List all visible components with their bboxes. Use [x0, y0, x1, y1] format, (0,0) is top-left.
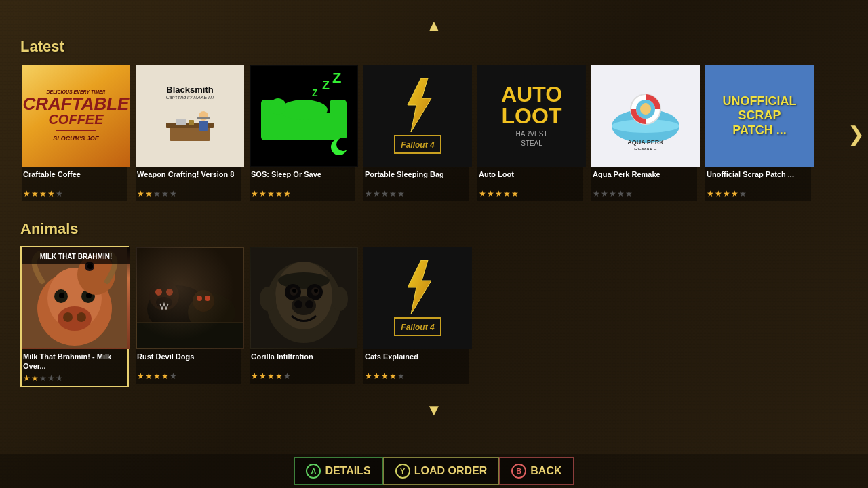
svg-point-40: [87, 264, 93, 269]
svg-point-24: [642, 103, 649, 110]
stars-craftable-coffee: ★ ★ ★ ★ ★: [23, 189, 126, 199]
stars-unofficial-scrap: ★ ★ ★ ★ ★: [707, 189, 810, 199]
craftable-main-text: CRAFTABLE: [23, 95, 130, 113]
star-4: ★: [161, 371, 169, 381]
mod-card-rust-devil-dogs[interactable]: Rust Devil Dogs ★ ★ ★ ★ ★: [134, 246, 243, 387]
star-1: ★: [251, 189, 258, 199]
svg-point-50: [205, 296, 210, 301]
star-5: ★: [170, 189, 177, 199]
mod-card-aqua-perk[interactable]: AQUA PERK REMAKE Aqua Perk Remake ★ ★ ★: [590, 64, 698, 203]
latest-right-arrow[interactable]: ❯: [848, 121, 865, 145]
star-3: ★: [381, 189, 389, 199]
star-4: ★: [389, 189, 397, 199]
svg-rect-6: [189, 120, 194, 125]
main-content: ▲ Latest DELICIOUS EVERY TIME!! CRAFTABL…: [0, 0, 868, 488]
mod-card-sos[interactable]: Z Z Z SOS: Sleep Or Save ★: [248, 64, 357, 203]
stars-portable-sleeping-bag: ★ ★ ★ ★ ★: [365, 189, 468, 199]
mod-card-craftable-coffee[interactable]: DELICIOUS EVERY TIME!! CRAFTABLE COFFEE …: [20, 64, 129, 203]
brahmin-photo: MILK THAT BRAHMIN!: [22, 247, 130, 349]
svg-point-17: [336, 138, 350, 151]
auto-text: AUTO: [501, 82, 562, 106]
svg-marker-18: [408, 78, 431, 132]
star-3: ★: [153, 189, 161, 199]
mod-info-craftable-coffee: Craftable Coffee ★ ★ ★ ★ ★: [22, 167, 127, 201]
svg-text:Z: Z: [312, 87, 318, 98]
load-order-button[interactable]: Y LOAD ORDER: [383, 457, 500, 485]
mod-card-auto-loot[interactable]: AUTO LOOT HARVEST STEAL Auto Loot ★: [476, 64, 585, 203]
mod-image-gorilla-infiltration: [250, 247, 358, 349]
svg-point-55: [275, 262, 332, 329]
star-2: ★: [259, 371, 267, 381]
mod-card-unofficial-scrap[interactable]: UNOFFICIALSCRAPPATCH ... Unofficial Scra…: [704, 64, 812, 203]
star-3: ★: [153, 371, 161, 381]
latest-grid-wrapper: DELICIOUS EVERY TIME!! CRAFTABLE COFFEE …: [20, 64, 848, 203]
star-4: ★: [731, 189, 738, 199]
svg-rect-25: [644, 109, 648, 113]
star-2: ★: [487, 189, 494, 199]
mod-name-cats-explained: Cats Explained: [365, 352, 468, 369]
star-4: ★: [617, 189, 625, 199]
mod-info-unofficial-scrap: Unofficial Scrap Patch ... ★ ★ ★ ★ ★: [705, 167, 811, 201]
star-1: ★: [479, 189, 486, 199]
svg-rect-5: [176, 119, 186, 125]
mod-info-auto-loot: Auto Loot ★ ★ ★ ★ ★: [477, 167, 583, 201]
mod-name-gorilla-infiltration: Gorilla Infiltration: [251, 352, 354, 369]
svg-text:Z: Z: [332, 69, 341, 86]
details-icon: A: [306, 464, 321, 479]
svg-text:AQUA PERK: AQUA PERK: [627, 139, 664, 146]
craftable-sub-text: Slocum's Joe: [23, 136, 130, 142]
back-label: BACK: [530, 465, 561, 477]
mod-image-weapon-crafting: Blacksmith Can't find it? MAKE IT!: [136, 65, 244, 167]
svg-point-12: [270, 98, 286, 115]
cats-fallout4-logo: Fallout 4: [394, 317, 441, 336]
star-2: ★: [373, 371, 380, 381]
svg-point-47: [188, 293, 235, 331]
cats-lightning-svg: [397, 260, 438, 314]
stars-auto-loot: ★ ★ ★ ★ ★: [479, 189, 582, 199]
mod-info-aqua-perk: Aqua Perk Remake ★ ★ ★ ★ ★: [591, 167, 697, 201]
star-3: ★: [495, 189, 502, 199]
cats-fallout4-text: Fallout 4: [401, 323, 434, 332]
svg-rect-4: [197, 117, 210, 119]
star-5: ★: [170, 371, 177, 381]
mod-card-gorilla-infiltration[interactable]: Gorilla Infiltration ★ ★ ★ ★ ★: [248, 246, 357, 387]
mod-card-portable-sleeping-bag[interactable]: Fallout 4 Portable Sleeping Bag ★ ★ ★ ★ …: [362, 64, 471, 203]
svg-point-33: [77, 312, 86, 322]
stars-gorilla-infiltration: ★ ★ ★ ★ ★: [251, 371, 354, 381]
svg-point-32: [63, 312, 73, 322]
mod-info-cats-explained: Cats Explained ★ ★ ★ ★ ★: [363, 349, 469, 384]
aqua-pool-container: AQUA PERK REMAKE: [591, 65, 700, 167]
scroll-up-arrow[interactable]: ▲: [20, 14, 848, 38]
mod-name-craftable-coffee: Craftable Coffee: [23, 169, 126, 187]
loadorder-label: LOAD ORDER: [414, 465, 488, 477]
scroll-down-arrow[interactable]: ▼: [20, 398, 848, 422]
star-1: ★: [707, 189, 714, 199]
star-3: ★: [39, 189, 47, 199]
mod-info-weapon-crafting: Weapon Crafting! Version 8 ★ ★ ★ ★ ★: [136, 167, 241, 201]
star-4: ★: [275, 189, 283, 199]
details-button[interactable]: A DETAILS: [294, 457, 382, 485]
star-2: ★: [145, 189, 153, 199]
mod-card-weapon-crafting[interactable]: Blacksmith Can't find it? MAKE IT!: [134, 64, 243, 203]
mod-info-sos: SOS: Sleep Or Save ★ ★ ★ ★ ★: [250, 167, 355, 201]
mod-image-sos: Z Z Z: [250, 65, 358, 167]
star-5: ★: [739, 189, 747, 199]
milk-brahmin-overlay-text: MILK THAT BRAHMIN!: [40, 253, 112, 260]
mod-name-aqua-perk: Aqua Perk Remake: [593, 169, 696, 187]
star-1: ★: [251, 371, 258, 381]
fallout4-logo-text: Fallout 4: [401, 140, 434, 150]
svg-point-46: [156, 297, 172, 308]
mod-card-milk-brahmin[interactable]: MILK THAT BRAHMIN! Milk That Brahmin! - …: [20, 246, 129, 387]
mod-image-auto-loot: AUTO LOOT HARVEST STEAL: [477, 65, 586, 167]
mod-card-cats-explained[interactable]: Fallout 4 Cats Explained ★ ★ ★ ★ ★: [362, 246, 471, 387]
back-button[interactable]: B BACK: [499, 457, 574, 485]
star-3: ★: [267, 189, 275, 199]
svg-point-65: [305, 300, 313, 308]
star-5: ★: [625, 189, 633, 199]
lightning-svg: [397, 78, 438, 132]
star-2: ★: [373, 189, 380, 199]
svg-text:Z: Z: [322, 79, 330, 92]
rust-devil-svg: [137, 248, 243, 348]
stars-milk-brahmin: ★ ★ ★ ★ ★: [23, 373, 126, 383]
unofficial-scrap-text: UNOFFICIALSCRAPPATCH ...: [723, 94, 797, 138]
